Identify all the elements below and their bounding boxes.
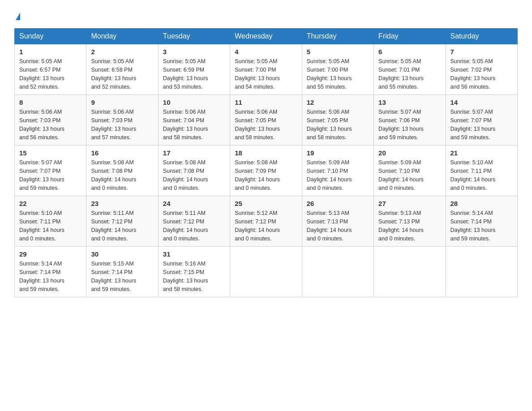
calendar-cell [374, 247, 446, 297]
page-header [14, 11, 518, 21]
calendar-cell: 30 Sunrise: 5:15 AMSunset: 7:14 PMDaylig… [86, 247, 158, 297]
day-number: 3 [163, 48, 225, 56]
day-number: 12 [307, 98, 369, 106]
calendar-cell: 5 Sunrise: 5:05 AMSunset: 7:00 PMDayligh… [302, 44, 373, 95]
day-info: Sunrise: 5:13 AMSunset: 7:13 PMDaylight:… [307, 210, 352, 241]
day-info: Sunrise: 5:06 AMSunset: 7:03 PMDaylight:… [19, 109, 64, 140]
day-info: Sunrise: 5:05 AMSunset: 7:02 PMDaylight:… [450, 58, 496, 90]
day-number: 28 [450, 200, 513, 207]
week-row-1: 1 Sunrise: 5:05 AMSunset: 6:57 PMDayligh… [15, 44, 518, 95]
day-info: Sunrise: 5:05 AMSunset: 7:00 PMDaylight:… [235, 58, 280, 90]
day-info: Sunrise: 5:06 AMSunset: 7:03 PMDaylight:… [91, 109, 136, 140]
day-info: Sunrise: 5:07 AMSunset: 7:07 PMDaylight:… [450, 109, 496, 140]
day-number: 8 [19, 98, 82, 106]
day-info: Sunrise: 5:08 AMSunset: 7:09 PMDaylight:… [235, 159, 280, 191]
calendar-cell [302, 247, 373, 297]
day-number: 4 [235, 48, 297, 56]
day-info: Sunrise: 5:06 AMSunset: 7:05 PMDaylight:… [235, 109, 280, 140]
day-number: 16 [91, 149, 153, 157]
header-row: SundayMondayTuesdayWednesdayThursdayFrid… [15, 29, 518, 44]
week-row-2: 8 Sunrise: 5:06 AMSunset: 7:03 PMDayligh… [15, 95, 518, 146]
day-info: Sunrise: 5:11 AMSunset: 7:12 PMDaylight:… [163, 210, 208, 241]
calendar-cell: 12 Sunrise: 5:06 AMSunset: 7:05 PMDaylig… [302, 95, 373, 146]
day-number: 7 [450, 48, 513, 56]
calendar-cell: 27 Sunrise: 5:13 AMSunset: 7:13 PMDaylig… [374, 196, 446, 247]
day-info: Sunrise: 5:10 AMSunset: 7:11 PMDaylight:… [450, 159, 496, 191]
day-number: 1 [19, 48, 82, 56]
day-info: Sunrise: 5:06 AMSunset: 7:04 PMDaylight:… [163, 109, 208, 140]
calendar-cell: 1 Sunrise: 5:05 AMSunset: 6:57 PMDayligh… [15, 44, 86, 95]
col-header-friday: Friday [374, 29, 446, 44]
day-info: Sunrise: 5:05 AMSunset: 7:00 PMDaylight:… [307, 58, 352, 90]
calendar-cell: 21 Sunrise: 5:10 AMSunset: 7:11 PMDaylig… [446, 146, 517, 196]
day-number: 6 [378, 48, 441, 56]
calendar-cell: 25 Sunrise: 5:12 AMSunset: 7:12 PMDaylig… [230, 196, 302, 247]
day-info: Sunrise: 5:16 AMSunset: 7:15 PMDaylight:… [163, 261, 208, 292]
calendar-cell: 10 Sunrise: 5:06 AMSunset: 7:04 PMDaylig… [158, 95, 230, 146]
calendar-cell: 20 Sunrise: 5:09 AMSunset: 7:10 PMDaylig… [374, 146, 446, 196]
col-header-saturday: Saturday [446, 29, 517, 44]
day-info: Sunrise: 5:12 AMSunset: 7:12 PMDaylight:… [235, 210, 280, 241]
day-info: Sunrise: 5:05 AMSunset: 6:57 PMDaylight:… [19, 58, 64, 90]
calendar-cell [446, 247, 517, 297]
day-number: 10 [163, 98, 225, 106]
col-header-tuesday: Tuesday [158, 29, 230, 44]
day-info: Sunrise: 5:15 AMSunset: 7:14 PMDaylight:… [91, 261, 136, 292]
week-row-4: 22 Sunrise: 5:10 AMSunset: 7:11 PMDaylig… [15, 196, 518, 247]
calendar-cell: 2 Sunrise: 5:05 AMSunset: 6:58 PMDayligh… [86, 44, 158, 95]
calendar-cell: 24 Sunrise: 5:11 AMSunset: 7:12 PMDaylig… [158, 196, 230, 247]
logo-triangle-icon [16, 13, 20, 20]
calendar-cell: 23 Sunrise: 5:11 AMSunset: 7:12 PMDaylig… [86, 196, 158, 247]
logo [14, 11, 20, 21]
day-number: 9 [91, 98, 153, 106]
calendar-cell: 14 Sunrise: 5:07 AMSunset: 7:07 PMDaylig… [446, 95, 517, 146]
calendar-cell: 15 Sunrise: 5:07 AMSunset: 7:07 PMDaylig… [15, 146, 86, 196]
day-number: 29 [19, 250, 82, 258]
week-row-5: 29 Sunrise: 5:14 AMSunset: 7:14 PMDaylig… [15, 247, 518, 297]
day-info: Sunrise: 5:07 AMSunset: 7:06 PMDaylight:… [378, 109, 424, 140]
day-info: Sunrise: 5:06 AMSunset: 7:05 PMDaylight:… [307, 109, 352, 140]
day-number: 22 [19, 200, 82, 207]
calendar-cell: 22 Sunrise: 5:10 AMSunset: 7:11 PMDaylig… [15, 196, 86, 247]
calendar-cell: 31 Sunrise: 5:16 AMSunset: 7:15 PMDaylig… [158, 247, 230, 297]
day-number: 5 [307, 48, 369, 56]
day-info: Sunrise: 5:14 AMSunset: 7:14 PMDaylight:… [450, 210, 496, 241]
day-number: 14 [450, 98, 513, 106]
day-number: 30 [91, 250, 153, 258]
day-info: Sunrise: 5:05 AMSunset: 7:01 PMDaylight:… [378, 58, 424, 90]
day-info: Sunrise: 5:05 AMSunset: 6:58 PMDaylight:… [91, 58, 136, 90]
col-header-thursday: Thursday [302, 29, 373, 44]
day-info: Sunrise: 5:08 AMSunset: 7:08 PMDaylight:… [91, 159, 136, 191]
calendar-cell: 8 Sunrise: 5:06 AMSunset: 7:03 PMDayligh… [15, 95, 86, 146]
week-row-3: 15 Sunrise: 5:07 AMSunset: 7:07 PMDaylig… [15, 146, 518, 196]
day-number: 19 [307, 149, 369, 157]
day-number: 11 [235, 98, 297, 106]
calendar-cell: 3 Sunrise: 5:05 AMSunset: 6:59 PMDayligh… [158, 44, 230, 95]
day-info: Sunrise: 5:07 AMSunset: 7:07 PMDaylight:… [19, 159, 64, 191]
day-info: Sunrise: 5:09 AMSunset: 7:10 PMDaylight:… [378, 159, 424, 191]
day-info: Sunrise: 5:10 AMSunset: 7:11 PMDaylight:… [19, 210, 64, 241]
day-number: 25 [235, 200, 297, 207]
day-number: 2 [91, 48, 153, 56]
day-number: 20 [378, 149, 441, 157]
calendar-cell: 6 Sunrise: 5:05 AMSunset: 7:01 PMDayligh… [374, 44, 446, 95]
col-header-monday: Monday [86, 29, 158, 44]
calendar-table: SundayMondayTuesdayWednesdayThursdayFrid… [14, 28, 518, 297]
calendar-cell: 9 Sunrise: 5:06 AMSunset: 7:03 PMDayligh… [86, 95, 158, 146]
day-info: Sunrise: 5:09 AMSunset: 7:10 PMDaylight:… [307, 159, 352, 191]
day-number: 27 [378, 200, 441, 207]
day-info: Sunrise: 5:08 AMSunset: 7:08 PMDaylight:… [163, 159, 208, 191]
day-info: Sunrise: 5:11 AMSunset: 7:12 PMDaylight:… [91, 210, 136, 241]
calendar-cell: 17 Sunrise: 5:08 AMSunset: 7:08 PMDaylig… [158, 146, 230, 196]
calendar-cell: 16 Sunrise: 5:08 AMSunset: 7:08 PMDaylig… [86, 146, 158, 196]
day-number: 18 [235, 149, 297, 157]
calendar-cell: 19 Sunrise: 5:09 AMSunset: 7:10 PMDaylig… [302, 146, 373, 196]
calendar-cell: 4 Sunrise: 5:05 AMSunset: 7:00 PMDayligh… [230, 44, 302, 95]
col-header-wednesday: Wednesday [230, 29, 302, 44]
calendar-cell: 7 Sunrise: 5:05 AMSunset: 7:02 PMDayligh… [446, 44, 517, 95]
day-number: 21 [450, 149, 513, 157]
col-header-sunday: Sunday [15, 29, 86, 44]
day-number: 24 [163, 200, 225, 207]
calendar-cell: 26 Sunrise: 5:13 AMSunset: 7:13 PMDaylig… [302, 196, 373, 247]
day-info: Sunrise: 5:05 AMSunset: 6:59 PMDaylight:… [163, 58, 208, 90]
